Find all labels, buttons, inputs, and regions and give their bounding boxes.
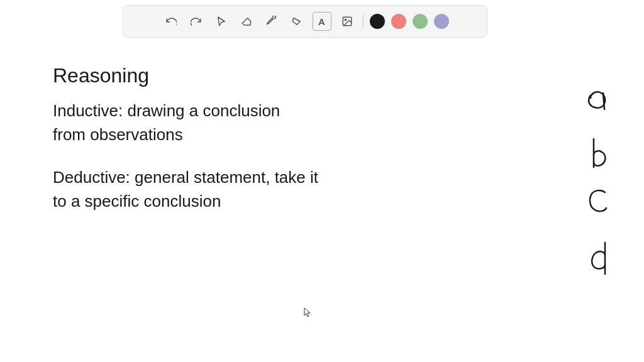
inductive-text: Inductive: drawing a conclusion from obs… — [53, 99, 280, 146]
color-black-button[interactable] — [370, 14, 385, 29]
color-pink-button[interactable] — [391, 14, 406, 29]
pen-button[interactable] — [287, 12, 306, 31]
inductive-line1: Inductive: drawing a conclusion — [53, 101, 280, 120]
cursor-indicator — [303, 307, 311, 318]
undo-button[interactable] — [162, 12, 180, 31]
deductive-line1: Deductive: general statement, take it — [53, 168, 318, 187]
tools-button[interactable] — [262, 12, 281, 31]
handwriting-letters — [556, 85, 619, 362]
svg-point-1 — [345, 19, 346, 20]
color-purple-button[interactable] — [434, 14, 449, 29]
letter-c — [590, 190, 606, 211]
color-green-button[interactable] — [413, 14, 428, 29]
canvas-area[interactable]: Reasoning Inductive: drawing a conclusio… — [0, 43, 644, 362]
text-button[interactable]: A — [313, 12, 331, 31]
toolbar-divider — [363, 14, 364, 29]
deductive-text: Deductive: general statement, take it to… — [53, 166, 318, 213]
letter-a — [589, 92, 605, 109]
image-button[interactable] — [338, 12, 357, 31]
letter-d — [592, 243, 605, 274]
eraser-button[interactable] — [237, 12, 256, 31]
redo-button[interactable] — [187, 12, 206, 31]
deductive-line2: to a specific conclusion — [53, 192, 221, 211]
heading-text: Reasoning — [53, 64, 149, 87]
letter-b — [594, 139, 605, 167]
select-button[interactable] — [212, 12, 231, 31]
inductive-line2: from observations — [53, 125, 183, 144]
toolbar: A — [123, 5, 487, 38]
text-icon-label: A — [318, 16, 325, 27]
